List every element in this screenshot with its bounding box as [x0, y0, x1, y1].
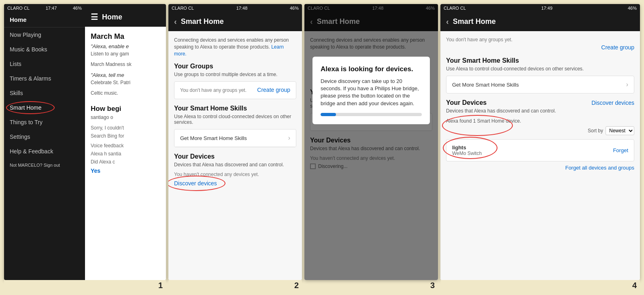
- status-bar-p1: CLARO CL 17:47 46%: [4, 4, 85, 12]
- back-arrow-p4[interactable]: ‹: [446, 17, 449, 26]
- skills-title-p2: Your Smart Home Skills: [174, 105, 296, 112]
- home-status-bar: [85, 4, 166, 7]
- hamburger-icon[interactable]: ☰: [91, 12, 98, 22]
- carrier-p2: CLARO CL: [172, 6, 194, 11]
- battery-p1: 46%: [73, 6, 82, 11]
- sidebar-item-music-books[interactable]: Music & Books: [4, 42, 85, 57]
- panel-number-2: 2: [168, 280, 302, 291]
- sidebar-home[interactable]: Home: [4, 12, 85, 28]
- voice-feedback: Voice feedback: [91, 143, 160, 149]
- sorry: Sorry, I couldn't: [91, 125, 160, 131]
- progress-bar-fill: [321, 113, 336, 116]
- time-p4: 17:49: [541, 6, 553, 11]
- madness: March Madness sk: [91, 62, 160, 67]
- device-name: lights: [452, 144, 482, 151]
- forget-button[interactable]: Forget: [613, 147, 628, 153]
- chevron-icon-p2: ›: [288, 134, 290, 142]
- status-bar-p2: CLARO CL 17:48 46%: [168, 4, 302, 12]
- sh-header-p2: ‹ Smart Home: [168, 12, 302, 31]
- sidebar-item-lists[interactable]: Lists: [4, 57, 85, 71]
- sort-label: Sort by: [588, 128, 603, 134]
- devices-header-p4: Your Devices Discover devices: [446, 99, 634, 106]
- devices-title-p2: Your Devices: [174, 153, 296, 160]
- devices-sub-p2: Devices that Alexa has discovered and ca…: [174, 162, 296, 168]
- found-text: Alexa found 1 Smart Home device.: [446, 118, 521, 124]
- skills-title-p4: Your Smart Home Skills: [446, 57, 634, 64]
- groups-sub-p2: Use groups to control multiple devices a…: [174, 72, 296, 77]
- battery-p2: 46%: [290, 6, 299, 11]
- chevron-icon-p4: ›: [626, 81, 628, 88]
- device-box: lights WeMo Switch Forget: [446, 139, 634, 161]
- devices-section-p2: Your Devices Devices that Alexa has disc…: [174, 153, 296, 187]
- alexa-modal-title: Alexa is looking for devices.: [321, 65, 422, 74]
- sidebar-item-now-playing[interactable]: Now Playing: [4, 28, 85, 42]
- back-arrow-p2[interactable]: ‹: [174, 17, 177, 26]
- panel-number-1: 1: [4, 280, 166, 291]
- sh-title-p2: Smart Home: [181, 17, 224, 26]
- sidebar-item-sign-out[interactable]: Not MARCELO? Sign out: [4, 159, 85, 172]
- quote2: "Alexa, tell me: [91, 72, 160, 78]
- skills-box-p4: Get More Smart Home Skills ›: [446, 76, 634, 93]
- no-devices-p2: You haven't connected any devices yet.: [174, 172, 296, 177]
- sidebar-item-timers-alarms[interactable]: Timers & Alarms: [4, 71, 85, 86]
- sidebar-item-smart-home[interactable]: Smart Home: [4, 100, 85, 115]
- sh-title-p4: Smart Home: [453, 17, 496, 26]
- carrier-p4: CLARO CL: [444, 6, 466, 11]
- create-group-p4[interactable]: Create group: [446, 44, 634, 51]
- sidebar: CLARO CL 17:47 46% Home Now Playing Musi…: [4, 4, 85, 280]
- device-type: WeMo Switch: [452, 151, 482, 156]
- quote1: "Alexa, enable e: [91, 43, 160, 49]
- sort-select[interactable]: Newest: [606, 126, 634, 135]
- panel-number-3: 3: [304, 280, 438, 291]
- carrier-p1: CLARO CL: [7, 6, 30, 11]
- battery-p4: 46%: [628, 6, 637, 11]
- did-alexa: Did Alexa c: [91, 159, 160, 165]
- sidebar-item-settings[interactable]: Settings: [4, 129, 85, 144]
- sh-content-p2: Connecting devices and services enables …: [168, 31, 302, 280]
- groups-box-p2: You don't have any groups yet. Create gr…: [174, 81, 296, 99]
- sort-row: Sort by Newest: [446, 126, 634, 135]
- device-info: lights WeMo Switch: [452, 144, 482, 156]
- devices-sub-p4: Devices that Alexa has discovered and ca…: [446, 108, 634, 114]
- skills-box-p2: Get More Smart Home Skills ›: [174, 129, 296, 147]
- status-bar-p4: CLARO CL 17:49 46%: [440, 4, 640, 12]
- time-p2: 17:48: [236, 6, 248, 11]
- sidebar-item-things-to-try[interactable]: Things to Try: [4, 115, 85, 129]
- celtic: Celtic music.: [91, 90, 160, 96]
- panel-number-4: 4: [440, 280, 640, 291]
- home-title-label: Home: [102, 13, 122, 21]
- home-header: ☰ Home: [85, 7, 166, 27]
- get-more-skills-p4[interactable]: Get More Smart Home Skills ›: [446, 76, 634, 93]
- p4-content: You don't have any groups yet. Create gr…: [440, 31, 640, 280]
- alexa-santiago: Alexa h santia: [91, 151, 160, 157]
- no-groups-p4: You don't have any groups yet.: [446, 37, 634, 42]
- search-bing: Search Bing for: [91, 133, 160, 139]
- device-row-wrap: lights WeMo Switch Forget: [446, 139, 634, 161]
- discover-devices-button-p4[interactable]: Discover devices: [591, 100, 634, 106]
- how-begin: How begi: [91, 105, 160, 113]
- discover-wrap-p2: Discover devices: [174, 180, 217, 187]
- skills-sub-p2: Use Alexa to control cloud-connected dev…: [174, 114, 296, 125]
- time-p1: 17:47: [46, 6, 57, 11]
- yes-button[interactable]: Yes: [91, 168, 100, 174]
- create-group-p2[interactable]: Create group: [257, 87, 290, 93]
- get-more-skills-p2[interactable]: Get More Smart Home Skills ›: [174, 129, 296, 147]
- home-content: March Ma "Alexa, enable e Listen to any …: [85, 27, 166, 280]
- celebrate: Celebrate St. Patri: [91, 80, 160, 85]
- discover-devices-button-p2[interactable]: Discover devices: [174, 180, 217, 187]
- sidebar-item-help-feedback[interactable]: Help & Feedback: [4, 144, 85, 159]
- sh-intro-p2: Connecting devices and services enables …: [174, 37, 296, 57]
- discovery-overlay: Alexa is looking for devices. Device dis…: [304, 4, 438, 280]
- progress-bar-bg: [321, 113, 422, 116]
- groups-title-p2: Your Groups: [174, 63, 296, 70]
- march-title: March Ma: [91, 32, 160, 41]
- alexa-modal: Alexa is looking for devices. Device dis…: [312, 57, 430, 124]
- alexa-modal-text: Device discovery can take up to 20 secon…: [321, 78, 422, 107]
- sidebar-item-skills[interactable]: Skills: [4, 86, 85, 100]
- home-panel: ☰ Home March Ma "Alexa, enable e Listen …: [85, 4, 166, 280]
- found-wrap: Alexa found 1 Smart Home device.: [446, 118, 521, 126]
- listen: Listen to any gam: [91, 51, 160, 57]
- forget-all-button[interactable]: Forget all devices and groups: [446, 165, 634, 171]
- santiago: santiago o: [91, 115, 160, 120]
- skills-sub-p4: Use Alexa to control cloud-connected dev…: [446, 66, 634, 72]
